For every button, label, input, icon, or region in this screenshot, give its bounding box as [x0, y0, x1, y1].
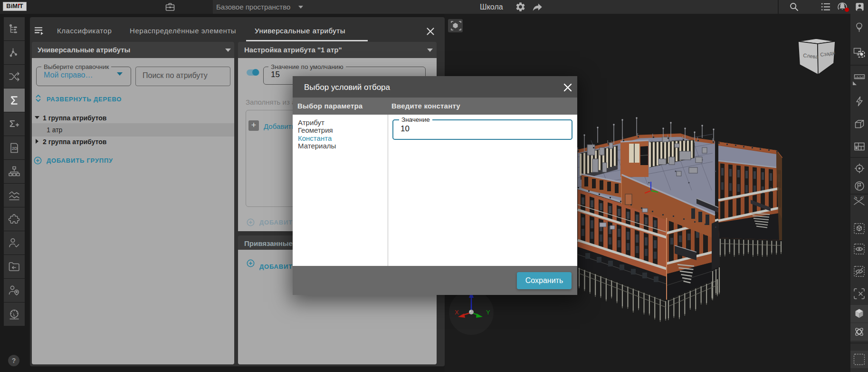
svg-text:1: 1 — [854, 196, 856, 198]
svg-text:2D: 2D — [12, 146, 18, 151]
svg-text:2: 2 — [862, 196, 864, 198]
